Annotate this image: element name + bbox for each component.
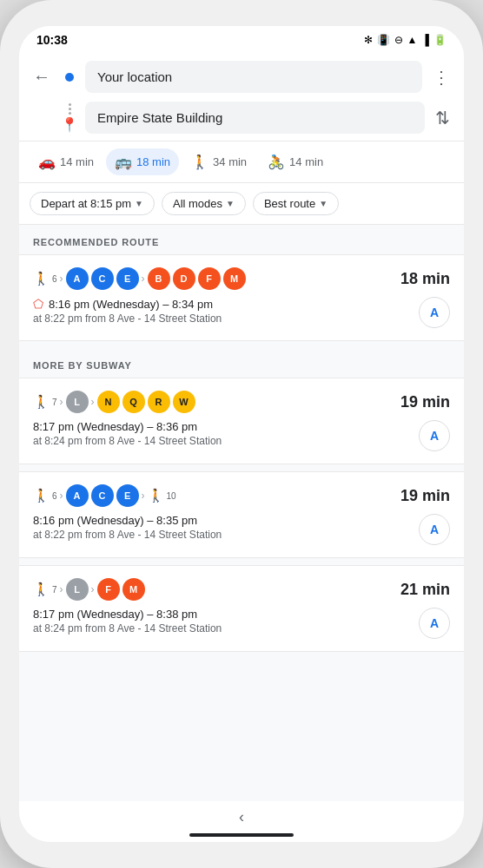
back-nav-button[interactable]: ‹ — [239, 808, 244, 826]
subway-route-1-nav-button[interactable]: A — [419, 420, 450, 451]
bike-icon: 🚴 — [268, 154, 285, 170]
mode-tab-transit[interactable]: 🚌 18 min — [106, 148, 179, 175]
status-icons: ✻ 📳 ⊖ ▲ ▐ 🔋 — [364, 34, 447, 46]
routes-content: RECOMMENDED ROUTE 🚶 6 › A C E › B D F — [19, 225, 464, 801]
subway-route-2-icons: 🚶 6 › A C E › 🚶 10 — [33, 484, 176, 507]
subway-route-2-times: 8:16 pm (Wednesday) – 8:35 pm — [33, 514, 410, 527]
depart-chip[interactable]: Depart at 8:15 pm ▼ — [30, 192, 155, 215]
mode-tab-car[interactable]: 🚗 14 min — [30, 148, 103, 175]
destination-row: 📍 ⇅ — [30, 98, 453, 141]
more-button[interactable]: ⋮ — [429, 63, 453, 91]
battery-icon: 🔋 — [433, 34, 447, 46]
subway-route-2-card[interactable]: 🚶 6 › A C E › 🚶 10 19 min 8:16 pm (Wedne — [19, 471, 464, 558]
destination-pin-icon: 📍 — [61, 116, 78, 133]
subway-route-3-from: at 8:24 pm from 8 Ave - 14 Street Statio… — [33, 622, 410, 635]
walk-count: 6 — [52, 274, 57, 284]
subway-route-1-from: at 8:24 pm from 8 Ave - 14 Street Statio… — [33, 435, 410, 447]
subway-route-1-card[interactable]: 🚶 7 › L › N Q R W 19 min 8:17 pm (Wednes… — [19, 378, 464, 464]
modes-chip[interactable]: All modes ▼ — [162, 192, 246, 215]
vibrate-icon: 📳 — [377, 34, 390, 46]
home-indicator[interactable] — [189, 833, 294, 837]
walk-duration: 34 min — [213, 155, 247, 168]
signal-bars-icon: ▐ — [421, 34, 429, 46]
line-M-badge-r3: M — [122, 578, 145, 601]
status-bar: 10:38 ✻ 📳 ⊖ ▲ ▐ 🔋 — [19, 26, 464, 50]
chevron-icon: › — [60, 273, 63, 285]
line-F-badge-r3: F — [97, 578, 120, 601]
swap-button[interactable]: ⇅ — [432, 104, 453, 132]
origin-row: ← ⋮ — [30, 56, 453, 98]
walk-icon-r1: 🚶 — [33, 394, 50, 410]
donotdisturb-icon: ⊖ — [394, 34, 403, 46]
line-D-badge: D — [173, 267, 195, 290]
line-B-badge: B — [148, 267, 170, 290]
subway-route-3-times: 8:17 pm (Wednesday) – 8:38 pm — [33, 608, 410, 621]
origin-dot — [65, 73, 74, 82]
depart-label: Depart at 8:15 pm — [41, 197, 131, 210]
status-time: 10:38 — [36, 33, 68, 47]
line-N-badge: N — [97, 391, 120, 413]
subway-route-3-card[interactable]: 🚶 7 › L › F M 21 min 8:17 pm (Wednesday)… — [19, 565, 464, 652]
recommended-from: at 8:22 pm from 8 Ave - 14 Street Statio… — [33, 312, 410, 325]
line-E-badge: E — [116, 267, 139, 290]
line-E-badge-r2: E — [116, 484, 139, 507]
walk-icon: 🚶 — [191, 154, 208, 170]
line-Q-badge: Q — [122, 391, 145, 413]
subway-route-2-from: at 8:22 pm from 8 Ave - 14 Street Statio… — [33, 529, 410, 541]
car-duration: 14 min — [60, 155, 94, 168]
modes-arrow-icon: ▼ — [226, 199, 235, 208]
mode-tab-walk[interactable]: 🚶 34 min — [182, 148, 255, 175]
line-R-badge: R — [148, 391, 170, 413]
route-label: Best route — [264, 197, 315, 210]
line-L-badge-r1: L — [66, 391, 89, 413]
subway-route-3-nav-button[interactable]: A — [419, 608, 450, 639]
line-F-badge: F — [198, 267, 221, 290]
subway-route-3-icons: 🚶 7 › L › F M — [33, 578, 145, 601]
bike-duration: 14 min — [289, 155, 323, 168]
origin-input[interactable] — [85, 61, 422, 93]
line-L-badge-r3: L — [66, 578, 89, 601]
wifi-icon: ▲ — [407, 34, 418, 46]
car-icon: 🚗 — [38, 154, 56, 170]
recommended-section-label: RECOMMENDED ROUTE — [19, 225, 464, 254]
walk-end-icon-r2: 🚶 — [148, 488, 164, 503]
subway-route-1-times: 8:17 pm (Wednesday) – 8:36 pm — [33, 420, 410, 433]
route-chip[interactable]: Best route ▼ — [253, 192, 339, 215]
subway-section-label: MORE BY SUBWAY — [19, 348, 464, 378]
line-C-badge-r2: C — [91, 484, 114, 507]
recommended-nav-button[interactable]: A — [419, 297, 450, 328]
walk-start-icon: 🚶 — [33, 271, 50, 286]
back-button[interactable]: ← — [30, 63, 54, 90]
bottom-nav: ‹ — [19, 801, 464, 842]
depart-arrow-icon: ▼ — [135, 199, 143, 208]
subway-route-1-duration: 19 min — [400, 393, 450, 411]
recommended-duration: 18 min — [400, 270, 450, 288]
destination-input[interactable] — [85, 102, 425, 134]
line-M-badge: M — [223, 267, 246, 290]
transit-duration: 18 min — [136, 155, 170, 168]
walk-icon-r2: 🚶 — [33, 488, 50, 503]
signal-icon: ✻ — [364, 34, 373, 46]
mode-tab-bike[interactable]: 🚴 14 min — [259, 148, 332, 175]
subway-route-2-nav-button[interactable]: A — [419, 514, 450, 545]
bus-icon: 🚌 — [115, 154, 132, 170]
mode-tabs: 🚗 14 min 🚌 18 min 🚶 34 min 🚴 14 min — [19, 141, 464, 183]
walk-icon-r3: 🚶 — [33, 582, 50, 597]
header: ← ⋮ 📍 ⇅ — [19, 50, 464, 141]
recommended-route-card[interactable]: 🚶 6 › A C E › B D F M 18 min — [19, 254, 464, 341]
route-arrow-icon: ▼ — [319, 199, 328, 208]
line-W-badge: W — [173, 391, 195, 413]
subway-route-1-icons: 🚶 7 › L › N Q R W — [33, 391, 195, 413]
modes-label: All modes — [173, 197, 222, 210]
filters-bar: Depart at 8:15 pm ▼ All modes ▼ Best rou… — [19, 183, 464, 225]
subway-route-3-duration: 21 min — [400, 581, 450, 599]
alert-icon: ⬠ — [33, 297, 43, 311]
line-A-badge: A — [66, 267, 89, 290]
line-C-badge: C — [91, 267, 114, 290]
recommended-route-icons: 🚶 6 › A C E › B D F M — [33, 267, 246, 290]
recommended-times: 8:16 pm (Wednesday) – 8:34 pm — [49, 298, 213, 311]
line-A-badge-r2: A — [66, 484, 89, 507]
subway-route-2-duration: 19 min — [400, 487, 450, 505]
